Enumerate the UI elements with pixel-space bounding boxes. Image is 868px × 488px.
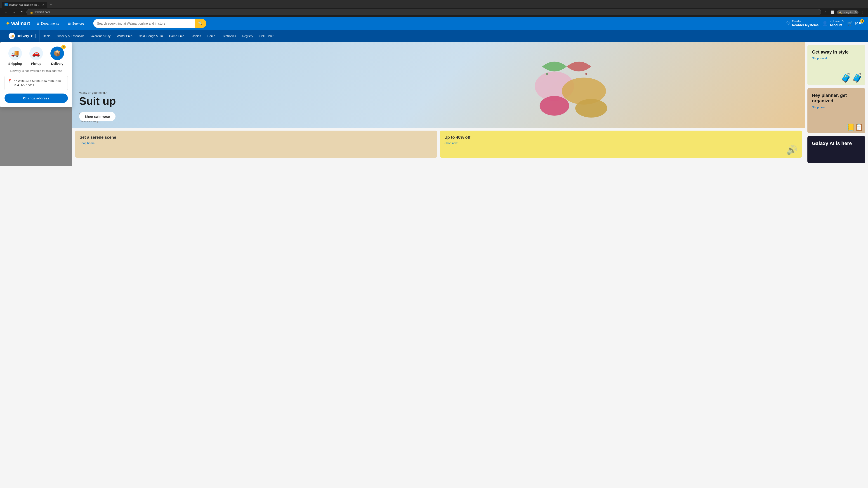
- shipping-option[interactable]: 🚚 Shipping: [8, 46, 22, 66]
- services-grid-icon: ⊟: [68, 22, 71, 25]
- hero-swimwear-image: [329, 42, 805, 128]
- nav-link-fashion[interactable]: Fashion: [187, 32, 204, 40]
- pickup-icon: 🚗: [29, 46, 43, 60]
- nav-link-onedebit[interactable]: ONE Debit: [256, 32, 276, 40]
- nav-link-cold[interactable]: Cold, Cough & Flu: [135, 32, 166, 40]
- tab-favicon: W: [4, 3, 8, 6]
- bookmark-button[interactable]: ☆: [823, 9, 828, 15]
- planner-card: Hey planner, get organized Shop now 📒📋: [807, 88, 865, 133]
- home-banner-card: Set a serene scene Shop home: [75, 131, 437, 158]
- galaxy-card-title: Galaxy AI is here: [812, 140, 861, 147]
- shipping-label: Shipping: [8, 62, 22, 66]
- account-text: Hi, Lauren D Account: [830, 20, 844, 27]
- change-address-button[interactable]: Change address: [4, 94, 68, 103]
- galaxy-card: Galaxy AI is here: [807, 136, 865, 163]
- forward-button[interactable]: →: [11, 9, 17, 15]
- services-nav[interactable]: ⊟ Services: [66, 20, 87, 27]
- shop-travel-link[interactable]: Shop travel: [812, 57, 861, 60]
- planner-card-title: Hey planner, get organized: [812, 93, 861, 103]
- shop-swimwear-button[interactable]: Shop swimwear: [79, 112, 116, 121]
- shop-planner-link[interactable]: Shop now: [812, 105, 825, 109]
- hero-text: Vacay on your mind? Suit up Shop swimwea…: [79, 91, 116, 121]
- departments-label: Departments: [41, 22, 59, 25]
- main-area: Vacay on your mind? Suit up Shop swimwea…: [72, 42, 805, 166]
- tab-bar: W Walmart has deals on the most... ✕ +: [0, 0, 868, 8]
- svg-point-5: [585, 73, 587, 75]
- cart-action[interactable]: 🛒 0 $0.00: [847, 21, 863, 26]
- sub-nav: 🚚 Delivery ▾ | Deals Grocery & Essential…: [0, 30, 868, 42]
- account-action[interactable]: 👤 Hi, Lauren D Account: [822, 20, 844, 27]
- heart-icon: ♡: [786, 21, 790, 26]
- content-wrapper: 🚚 Shipping 🚗 Pickup 📦 ✕ Delivery Deliver…: [0, 42, 868, 166]
- nav-links: Deals Grocery & Essentials Valentine's D…: [40, 32, 277, 40]
- sale-banner-card: Up to 40% off Shop now 🔊: [440, 131, 802, 158]
- svg-point-2: [540, 96, 569, 116]
- tab-close-button[interactable]: ✕: [42, 3, 44, 6]
- travel-card: Get away in style Shop travel 🧳🧳: [807, 45, 865, 86]
- delivery-icon: 📦 ✕: [51, 46, 64, 60]
- search-bar: 🔍: [93, 19, 206, 28]
- hero-tagline: Vacay on your mind?: [79, 91, 116, 94]
- nav-link-gametime[interactable]: Game Time: [166, 32, 187, 40]
- profile-button[interactable]: ⬜: [830, 9, 835, 15]
- nav-link-registry[interactable]: Registry: [239, 32, 256, 40]
- browser-chrome: W Walmart has deals on the most... ✕ + ←…: [0, 0, 868, 17]
- shop-home-link[interactable]: Shop home: [80, 141, 95, 145]
- departments-nav[interactable]: ⊞ Departments: [35, 20, 61, 27]
- nav-link-electronics[interactable]: Electronics: [218, 32, 239, 40]
- delivery-label: Delivery: [17, 34, 29, 38]
- url-bar[interactable]: 🔒 walmart.com: [26, 9, 821, 15]
- hero-banner: Vacay on your mind? Suit up Shop swimwea…: [72, 42, 805, 128]
- travel-card-title: Get away in style: [812, 49, 861, 55]
- incognito-badge: 🕵 Incognito (3): [837, 10, 859, 14]
- delivery-options: 🚚 Shipping 🚗 Pickup 📦 ✕ Delivery: [4, 46, 68, 66]
- swimwear-svg: [329, 42, 805, 128]
- search-button[interactable]: 🔍: [195, 19, 206, 28]
- cart-icon: 🛒: [847, 21, 853, 26]
- tab-title: Walmart has deals on the most...: [9, 3, 41, 6]
- address-box: 📍 47 West 13th Street, New York, New Yor…: [4, 76, 68, 90]
- svg-point-3: [575, 99, 607, 118]
- pickup-option[interactable]: 🚗 Pickup: [29, 46, 43, 66]
- hero-title: Suit up: [79, 95, 116, 107]
- browser-nav-icons: ☆ ⬜ 🕵 Incognito (3) ⋮: [823, 9, 865, 15]
- svg-point-4: [546, 73, 548, 75]
- walmart-header: ✦ walmart ⊞ Departments ⊟ Services 🔍 ♡ R…: [0, 17, 868, 30]
- shop-sale-link[interactable]: Shop now: [444, 141, 458, 145]
- nav-link-valentines[interactable]: Valentine's Day: [87, 32, 114, 40]
- delivery-dropdown: 🚚 Shipping 🚗 Pickup 📦 ✕ Delivery Deliver…: [0, 42, 72, 107]
- new-tab-button[interactable]: +: [48, 2, 54, 8]
- walmart-logo-text: walmart: [11, 21, 30, 26]
- account-icon: 👤: [822, 21, 828, 26]
- nav-link-deals[interactable]: Deals: [40, 32, 54, 40]
- close-delivery-icon[interactable]: ✕: [61, 45, 66, 49]
- delivery-button[interactable]: 🚚 Delivery ▾ |: [5, 30, 40, 42]
- services-label: Services: [72, 22, 84, 25]
- delivery-truck-icon: 🚚: [8, 33, 15, 39]
- departments-grid-icon: ⊞: [37, 22, 39, 25]
- search-input[interactable]: [93, 20, 195, 28]
- walmart-logo[interactable]: ✦ walmart: [5, 20, 30, 27]
- shipping-icon: 🚚: [8, 46, 22, 60]
- nav-link-grocery[interactable]: Grocery & Essentials: [54, 32, 87, 40]
- planner-icon: 📒📋: [846, 123, 863, 131]
- sale-banner-title: Up to 40% off: [444, 135, 798, 140]
- nav-link-home[interactable]: Home: [204, 32, 218, 40]
- back-button[interactable]: ←: [3, 9, 9, 15]
- delivery-option[interactable]: 📦 ✕ Delivery: [51, 46, 64, 66]
- menu-button[interactable]: ⋮: [860, 9, 865, 15]
- product-visual: 🔊: [786, 145, 798, 156]
- url-text: walmart.com: [35, 11, 50, 14]
- active-tab[interactable]: W Walmart has deals on the most... ✕: [2, 2, 47, 8]
- delivery-warning: Delivery is not available for this addre…: [4, 69, 68, 72]
- walmart-spark-icon: ✦: [5, 20, 10, 27]
- suitcase-icon: 🧳🧳: [840, 72, 863, 83]
- location-pin-icon: 📍: [7, 78, 12, 83]
- sidebar-banners: Get away in style Shop travel 🧳🧳 Hey pla…: [805, 42, 868, 166]
- delivery-label-option: Delivery: [51, 62, 63, 66]
- browser-nav-bar: ← → ↻ 🔒 walmart.com ☆ ⬜ 🕵 Incognito (3) …: [0, 8, 868, 17]
- reload-button[interactable]: ↻: [19, 9, 25, 15]
- wishlist-action[interactable]: ♡ Reorder Reorder My Items: [786, 20, 818, 27]
- header-actions: ♡ Reorder Reorder My Items 👤 Hi, Lauren …: [786, 20, 863, 27]
- nav-link-winter[interactable]: Winter Prep: [114, 32, 135, 40]
